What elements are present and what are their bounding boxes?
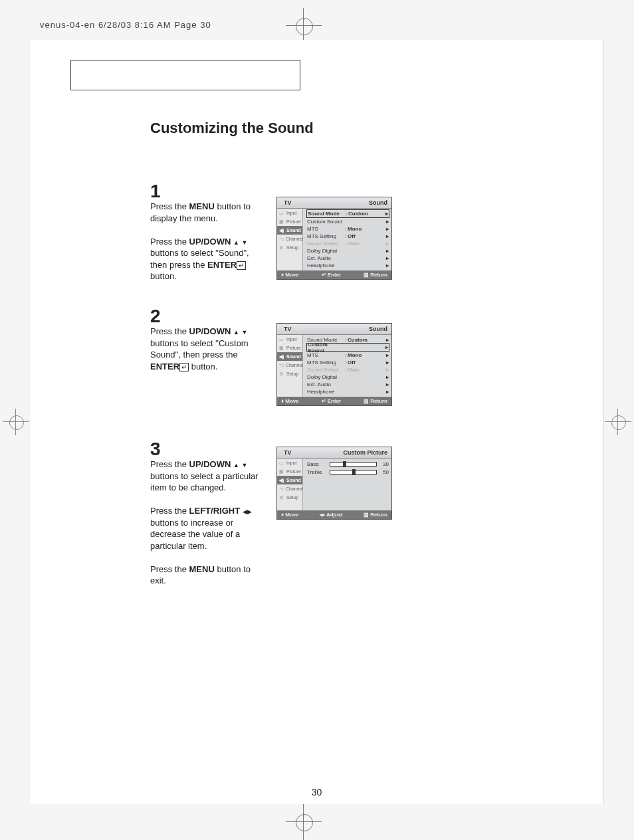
text: Press the [150,201,189,211]
slider-bar[interactable] [330,470,377,474]
updown-label: UP/DOWN [189,237,231,247]
sound-icon: ◀) [279,354,285,359]
row-dolby-digital[interactable]: Dolby Digital▸ [307,247,389,255]
sound-icon: ◀) [279,228,285,233]
osd-sidebar: ▭Input ▦Picture ◀)Sound ⌥Channel ⚙Setup [277,459,303,510]
row-treble[interactable]: Treble 50 [307,468,389,476]
text: Press the [150,506,189,516]
osd-footer: ♦ Move ◂▸ Adjust ▥ Return [277,510,391,519]
input-icon: ▭ [279,211,285,215]
sidebar-item-setup[interactable]: ⚙Setup [277,243,302,252]
foot-return: ▥ Return [364,512,387,518]
page: Customizing the Sound 1 Press the MENU b… [31,40,603,804]
osd-list: Sound Mode:Custom▸ Custom Sound▸ MTS:Mon… [303,335,391,397]
sidebar-item-setup[interactable]: ⚙Setup [277,493,302,502]
sidebar-item-channel[interactable]: ⌥Channel [277,361,302,369]
slider-label: Bass [307,461,327,467]
sidebar-item-input[interactable]: ▭Input [277,459,302,467]
sidebar-item-channel[interactable]: ⌥Channel [277,484,302,493]
updown-label: UP/DOWN [189,459,231,469]
osd-footer: ♦ Move ↵ Enter ▥ Return [277,397,391,405]
osd-title: Sound [369,199,387,206]
registration-mark-left [3,409,29,435]
foot-return: ▥ Return [364,272,387,278]
leftright-label: LEFT/RIGHT [189,506,241,516]
sidebar-item-sound[interactable]: ◀)Sound [277,352,302,361]
osd-title: Custom Picture [343,449,387,456]
channel-icon: ⌥ [279,363,284,368]
input-icon: ▭ [279,461,285,465]
sidebar-item-input[interactable]: ▭Input [277,335,302,344]
picture-icon: ▦ [279,219,285,224]
page-title: Customizing the Sound [150,120,314,137]
registration-mark-right [605,409,631,435]
row-mts[interactable]: MTS:Mono▸ [307,225,389,233]
picture-icon: ▦ [279,469,285,474]
foot-move: ♦ Move [281,398,299,404]
row-mts-setting[interactable]: MTS Setting:Off▸ [307,233,389,240]
sidebar-item-picture[interactable]: ▦Picture [277,217,302,226]
enter-label: ENTER [207,260,237,270]
osd-menu-step1: TV Sound ▭Input ▦Picture ◀)Sound ⌥Channe… [276,197,392,280]
sidebar-item-picture[interactable]: ▦Picture [277,344,302,352]
updown-label: UP/DOWN [189,326,231,336]
sidebar-item-sound[interactable]: ◀)Sound [277,226,302,235]
text: buttons to increase or decrease the valu… [150,518,240,551]
row-headphone[interactable]: Headphone▸ [307,262,389,269]
sidebar-item-setup[interactable]: ⚙Setup [277,369,302,378]
sidebar-item-input[interactable]: ▭Input [277,209,302,217]
menu-label: MENU [189,201,215,211]
osd-menu-step3: TV Custom Picture ▭Input ▦Picture ◀)Soun… [276,447,392,520]
up-icon [233,237,239,247]
step-text: Press the UP/DOWN buttons to select a pa… [150,459,260,587]
row-ext-audio[interactable]: Ext. Audio▸ [307,255,389,262]
sidebar-item-channel[interactable]: ⌥Channel [277,235,302,243]
osd-source: TV [284,326,292,332]
up-icon [233,459,239,469]
input-icon: ▭ [279,337,285,342]
step-text: Press the MENU button to display the men… [150,201,260,282]
row-sound-mode[interactable]: Sound Mode:Custom▸ [306,209,389,218]
channel-icon: ⌥ [279,237,284,241]
row-headphone[interactable]: Headphone▸ [307,388,389,395]
row-sound-select: Sound Select:Main▸ [307,240,389,247]
slider-label: Treble [307,469,327,475]
row-dolby-digital[interactable]: Dolby Digital▸ [307,373,389,381]
row-sound-select: Sound Select:Main▸ [307,366,389,373]
down-icon [242,459,248,469]
slider-thumb[interactable] [343,461,346,467]
foot-enter: ↵ Enter [322,272,342,278]
sidebar-item-sound[interactable]: ◀)Sound [277,476,302,484]
slider-value: 50 [379,469,389,475]
row-ext-audio[interactable]: Ext. Audio▸ [307,381,389,388]
sidebar-item-picture[interactable]: ▦Picture [277,467,302,476]
row-custom-sound[interactable]: Custom Sound▸ [307,218,389,225]
osd-footer: ♦ Move ↵ Enter ▥ Return [277,270,391,279]
row-bass[interactable]: Bass 30 [307,460,389,468]
text: Press the [150,237,189,247]
foot-move: ♦ Move [281,272,299,278]
left-icon [243,506,247,516]
setup-icon: ⚙ [279,245,285,250]
slider-value: 30 [379,461,389,467]
osd-header: TV Sound [277,324,391,335]
text: buttons to select "Custom Sound", then p… [150,338,249,360]
slider-thumb[interactable] [352,469,356,475]
foot-enter: ↵ Enter [322,398,342,404]
registration-mark-top [286,8,322,44]
setup-icon: ⚙ [279,495,285,500]
foot-move: ♦ Move [281,512,299,518]
setup-icon: ⚙ [279,371,285,376]
row-mts[interactable]: MTS:Mono▸ [307,352,389,359]
osd-menu-step2: TV Sound ▭Input ▦Picture ◀)Sound ⌥Channe… [276,323,392,406]
step-text: Press the UP/DOWN buttons to select "Cus… [150,326,260,372]
row-mts-setting[interactable]: MTS Setting:Off▸ [307,359,389,366]
text: Press the [150,326,189,336]
down-icon [242,326,248,336]
channel-icon: ⌥ [279,486,284,491]
foot-adjust: ◂▸ Adjust [320,512,343,518]
osd-header: TV Sound [277,197,391,209]
enter-icon [179,362,189,371]
row-custom-sound[interactable]: Custom Sound▸ [306,343,389,352]
slider-bar[interactable] [330,462,377,467]
